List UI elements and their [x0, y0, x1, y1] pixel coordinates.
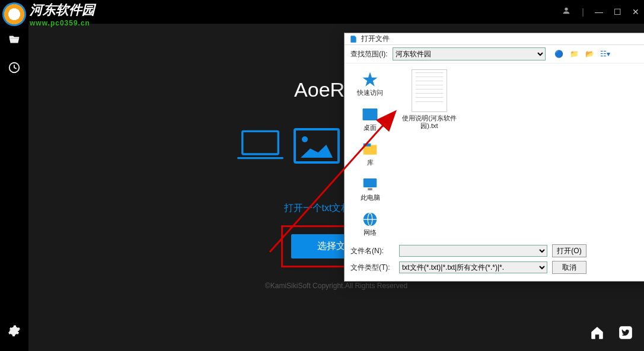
dialog-sidebar: 快速访问 桌面 库 此电脑 网络	[345, 63, 396, 241]
file-name-label: 使用说明(河东软件园).txt	[401, 114, 457, 130]
up-icon[interactable]: 📁	[569, 49, 580, 59]
file-item[interactable]: 使用说明(河东软件园).txt	[401, 69, 457, 130]
filename-input[interactable]	[399, 245, 547, 257]
svg-rect-9	[368, 188, 372, 190]
new-folder-icon[interactable]: 📂	[585, 49, 595, 59]
bottom-right-icons	[589, 325, 633, 343]
filetype-label: 文件类型(T):	[350, 263, 394, 273]
open-button[interactable]: 打开(O)	[552, 244, 586, 257]
filename-label: 文件名(N):	[350, 246, 394, 256]
copyright-text: ©KamiSikiSoft Copyright.All Rights Reser…	[265, 282, 407, 290]
image-icon	[294, 128, 340, 164]
sidebar-network[interactable]: 网络	[345, 207, 396, 241]
search-scope-label: 查找范围(I):	[350, 49, 388, 59]
filetype-select[interactable]: txt文件(*.txt)|*.txt|所有文件(*.*)|*.	[399, 261, 547, 273]
file-open-dialog: 打开文件 查找范围(I): 河东软件园 🔵 📁 📂 ☷▾ 快速访问 桌面 库	[344, 33, 644, 282]
dialog-file-list: 使用说明(河东软件园).txt	[396, 63, 644, 241]
search-scope-row: 查找范围(I): 河东软件园 🔵 📁 📂 ☷▾	[345, 45, 644, 63]
maximize-button[interactable]: ☐	[614, 7, 621, 17]
title-bar: | — ☐ ✕	[0, 0, 644, 24]
left-sidebar	[0, 24, 28, 351]
sidebar-this-pc[interactable]: 此电脑	[345, 172, 396, 206]
twitter-icon[interactable]	[618, 325, 633, 343]
dialog-title-bar[interactable]: 打开文件	[345, 33, 644, 45]
txt-file-icon	[412, 69, 447, 112]
home-icon[interactable]	[589, 325, 605, 343]
settings-icon[interactable]	[5, 321, 24, 340]
dialog-bottom: 文件名(N): 打开(O) 文件类型(T): txt文件(*.txt)|*.tx…	[345, 241, 644, 281]
cancel-button[interactable]: 取消	[552, 261, 586, 274]
dialog-title: 打开文件	[361, 34, 390, 44]
view-menu-icon[interactable]: ☷▾	[600, 49, 611, 59]
svg-rect-2	[243, 131, 278, 154]
svg-rect-5	[363, 109, 378, 120]
sidebar-quick-access[interactable]: 快速访问	[345, 67, 396, 101]
back-icon[interactable]: 🔵	[554, 49, 565, 59]
sidebar-desktop[interactable]: 桌面	[345, 102, 396, 136]
history-icon[interactable]	[5, 58, 24, 77]
laptop-icon	[235, 127, 285, 165]
svg-rect-8	[364, 178, 377, 187]
svg-point-0	[565, 8, 568, 11]
user-icon[interactable]	[562, 6, 571, 18]
close-button[interactable]: ✕	[632, 7, 639, 17]
svg-rect-7	[364, 143, 371, 146]
minimize-button[interactable]: —	[595, 7, 603, 17]
open-icon[interactable]	[5, 30, 24, 49]
search-scope-select[interactable]: 河东软件园	[393, 47, 546, 60]
sidebar-libraries[interactable]: 库	[345, 137, 396, 171]
